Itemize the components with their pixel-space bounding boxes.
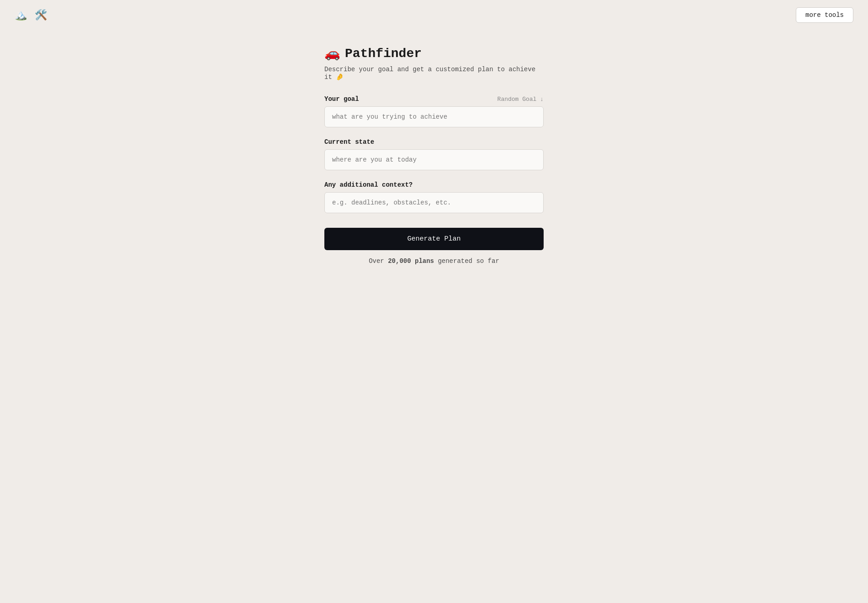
current-state-label-row: Current state — [324, 138, 544, 146]
more-tools-button[interactable]: more tools — [796, 7, 853, 23]
additional-context-label-row: Any additional context? — [324, 181, 544, 189]
additional-context-input[interactable] — [324, 192, 544, 213]
title-text: Pathfinder — [345, 47, 422, 61]
plans-count-suffix: generated so far — [438, 257, 499, 265]
current-state-input[interactable] — [324, 149, 544, 170]
navbar: 🏔️ 🛠️ more tools — [0, 0, 868, 30]
main-content: 🚗 Pathfinder Describe your goal and get … — [0, 0, 868, 292]
content-wrapper: 🚗 Pathfinder Describe your goal and get … — [324, 46, 544, 265]
additional-context-label: Any additional context? — [324, 181, 413, 189]
generate-plan-button[interactable]: Generate Plan — [324, 228, 544, 250]
page-subtitle: Describe your goal and get a customized … — [324, 66, 544, 81]
goal-label-row: Your goal Random Goal ↓ — [324, 95, 544, 103]
plans-count: Over 20,000 plans generated so far — [324, 257, 544, 265]
page-title: 🚗 Pathfinder — [324, 46, 544, 61]
goal-label: Your goal — [324, 95, 359, 103]
current-state-label: Current state — [324, 138, 374, 146]
plans-count-number: 20,000 plans — [388, 257, 434, 265]
title-emoji: 🚗 — [324, 46, 340, 61]
additional-context-section: Any additional context? — [324, 181, 544, 213]
navbar-logo: 🏔️ 🛠️ — [15, 9, 48, 21]
plans-count-prefix: Over — [369, 257, 384, 265]
goal-section: Your goal Random Goal ↓ — [324, 95, 544, 127]
goal-input[interactable] — [324, 106, 544, 127]
current-state-section: Current state — [324, 138, 544, 170]
random-goal-link[interactable]: Random Goal ↓ — [498, 96, 544, 103]
